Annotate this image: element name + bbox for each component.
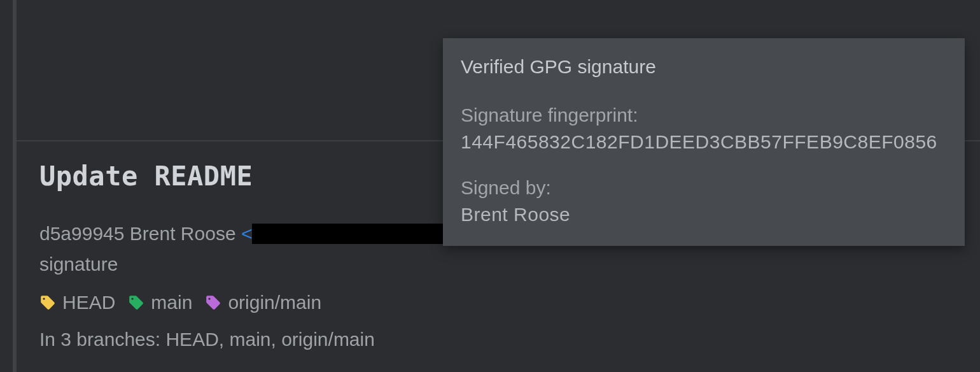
- tooltip-signedby-label: Signed by:: [461, 175, 947, 201]
- commit-author: Brent Roose: [130, 223, 236, 244]
- tag-icon-head: [39, 294, 56, 311]
- branches-summary: In 3 branches: HEAD, main, origin/main: [39, 329, 957, 350]
- tooltip-signedby-value: Brent Roose: [461, 201, 947, 228]
- ref-main[interactable]: main: [151, 292, 192, 313]
- tooltip-title: Verified GPG signature: [461, 54, 947, 80]
- tag-icon-main: [128, 294, 144, 311]
- tooltip-fingerprint-value: 144F465832C182FD1DEED3CBB57FFEB9C8EF0856: [461, 129, 947, 155]
- email-open-bracket: <: [241, 223, 253, 244]
- ref-origin-main[interactable]: origin/main: [228, 292, 321, 313]
- refs-row: HEAD main origin/main: [39, 292, 957, 313]
- ref-head[interactable]: HEAD: [62, 292, 115, 313]
- gpg-tooltip: Verified GPG signature Signature fingerp…: [443, 38, 965, 246]
- tooltip-fingerprint-label: Signature fingerprint:: [461, 102, 947, 129]
- commit-hash[interactable]: d5a99945: [39, 223, 124, 244]
- tag-icon-origin-main: [205, 294, 221, 311]
